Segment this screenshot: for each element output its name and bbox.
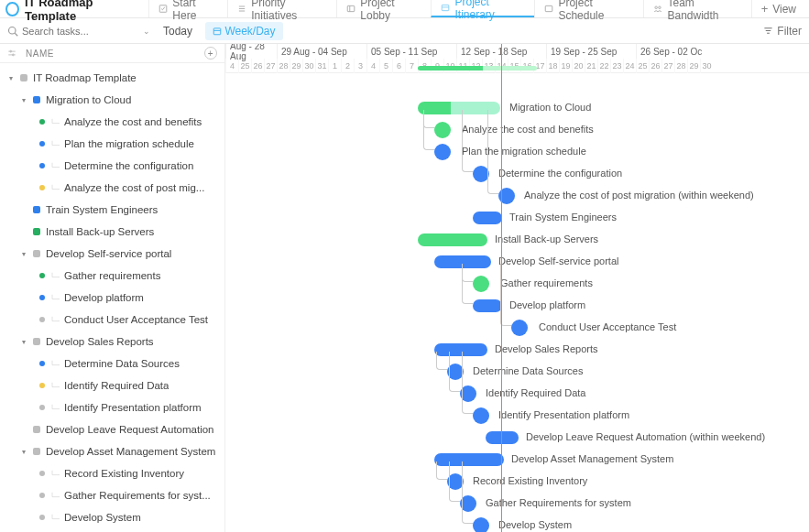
task-row[interactable]: Conduct User Acceptance Test — [0, 309, 224, 331]
subtask-icon — [51, 184, 60, 191]
day-header: 28 — [674, 59, 687, 73]
task-row[interactable]: ▾Develop Self-service portal — [0, 243, 224, 265]
tab-view[interactable]: +View — [751, 0, 805, 17]
gantt-row[interactable]: Develop Asset Management System — [225, 449, 809, 471]
gantt-row[interactable]: Gather requirements — [225, 273, 809, 295]
task-row[interactable]: ▾IT Roadmap Template — [0, 67, 224, 89]
gantt-row[interactable]: Train System Engineers — [225, 207, 809, 229]
settings-icon[interactable] — [7, 49, 16, 58]
task-row[interactable]: Install Back-up Servers — [0, 221, 224, 243]
collapse-icon[interactable]: ▾ — [20, 338, 27, 346]
status-dot — [39, 295, 45, 300]
subtask-icon — [51, 140, 60, 147]
task-row[interactable]: Gather requirements — [0, 265, 224, 287]
gantt-row[interactable]: Migration to Cloud — [225, 97, 809, 119]
search-box[interactable] — [7, 26, 136, 37]
task-label: IT Roadmap Template — [33, 72, 137, 83]
week-header: 19 Sep - 25 Sep — [546, 44, 636, 59]
collapse-icon[interactable]: ▾ — [7, 74, 15, 82]
gantt-chart[interactable]: Today Migration to CloudAnalyze the cost… — [225, 73, 809, 532]
task-row[interactable]: Record Existing Inventory — [0, 462, 224, 484]
gantt-row[interactable]: Develop platform — [225, 295, 809, 317]
filter-button[interactable]: Filter — [763, 25, 802, 38]
svg-point-10 — [659, 6, 661, 9]
gantt-row[interactable]: Develop System — [225, 515, 809, 532]
day-header: 25 — [636, 59, 649, 73]
gantt-row[interactable]: Analyze the cost of post migration (with… — [225, 185, 809, 207]
task-row[interactable]: Develop platform — [0, 287, 224, 309]
gantt-row[interactable]: Plan the migration schedule — [225, 141, 809, 163]
task-row[interactable]: Analyze the cost and benefits — [0, 111, 224, 133]
task-row[interactable]: Develop System — [0, 506, 224, 528]
collapse-icon[interactable]: ▾ — [20, 250, 27, 258]
bar-label: Gather requirements — [500, 277, 593, 288]
status-square — [33, 96, 40, 103]
collapse-icon[interactable]: ▾ — [20, 448, 27, 456]
gantt-row[interactable]: Develop Sales Reports — [225, 339, 809, 361]
milestone-marker[interactable] — [511, 320, 528, 336]
task-row[interactable]: ▾Migration to Cloud — [0, 89, 224, 111]
tab-label: Start Here — [172, 0, 218, 22]
task-row[interactable]: Determine Data Sources — [0, 353, 224, 375]
tab-project-schedule[interactable]: Project Schedule — [534, 0, 643, 17]
gantt-row[interactable]: Conduct User Acceptance Test — [225, 317, 809, 339]
gantt-row[interactable]: Determine Data Sources — [225, 361, 809, 383]
today-button[interactable]: Today — [158, 23, 198, 39]
bar-label: Develop Self-service portal — [498, 255, 618, 266]
task-row[interactable]: ▾Develop Asset Management System — [0, 440, 224, 462]
milestone-marker[interactable] — [473, 276, 489, 292]
gantt-row[interactable]: Develop Self-service portal — [225, 251, 809, 273]
tab-label: Team Bandwidth — [667, 0, 741, 22]
gantt-row[interactable]: Install Back-up Servers — [225, 229, 809, 251]
app-logo-icon — [5, 2, 19, 16]
svg-point-21 — [12, 54, 14, 56]
tab-label: Priority Initiatives — [251, 0, 327, 22]
search-dropdown-icon[interactable]: ⌄ — [143, 27, 150, 36]
day-header: 18 — [546, 59, 559, 73]
task-bar[interactable] — [486, 431, 519, 444]
day-header: 22 — [597, 59, 610, 73]
add-column-button[interactable]: + — [204, 47, 217, 60]
search-input[interactable] — [22, 26, 114, 37]
milestone-marker[interactable] — [434, 122, 451, 138]
task-row[interactable]: Analyze the cost of post mig... — [0, 177, 224, 199]
status-dot — [39, 317, 45, 322]
task-label: Determine the configuration — [64, 160, 193, 171]
gantt-row[interactable]: Develop Leave Request Automation (within… — [225, 427, 809, 449]
milestone-marker[interactable] — [434, 144, 451, 160]
milestone-marker[interactable] — [473, 517, 489, 532]
zoom-button[interactable]: Week/Day — [205, 22, 282, 40]
task-label: Gather Requirements for syst... — [64, 490, 211, 501]
svg-line-12 — [15, 33, 17, 36]
bar-label: Develop platform — [509, 299, 585, 310]
task-bar[interactable] — [473, 299, 502, 312]
day-header: 7 — [405, 59, 418, 73]
tab-project-itinerary[interactable]: Project Itinerary — [431, 0, 534, 17]
tab-project-lobby[interactable]: Project Lobby — [336, 0, 431, 17]
task-bar[interactable] — [418, 233, 487, 246]
gantt-row[interactable]: Gather Requirements for system — [225, 493, 809, 515]
task-bar[interactable] — [473, 212, 502, 224]
gantt-row[interactable]: Analyze the cost and benefits — [225, 119, 809, 141]
gantt-row[interactable]: Determine the configuration — [225, 163, 809, 185]
task-row[interactable]: Determine the configuration — [0, 155, 224, 177]
bar-label: Identify Presentation platform — [498, 409, 629, 420]
tab-team-bandwidth[interactable]: Team Bandwidth — [643, 0, 750, 17]
task-row[interactable]: Gather Requirements for syst... — [0, 484, 224, 506]
tab-priority-initiatives[interactable]: Priority Initiatives — [227, 0, 336, 17]
tab-start-here[interactable]: Start Here — [148, 0, 227, 17]
milestone-marker[interactable] — [473, 407, 489, 424]
task-row[interactable]: Plan the migration schedule — [0, 133, 224, 155]
bar-label: Determine the configuration — [498, 168, 622, 179]
gantt-row[interactable]: Record Existing Inventory — [225, 471, 809, 493]
collapse-icon[interactable]: ▾ — [20, 96, 27, 104]
bar-label: Conduct User Acceptance Test — [539, 321, 676, 332]
task-row[interactable]: ▾Develop Sales Reports — [0, 331, 224, 353]
status-dot — [39, 515, 45, 520]
task-row[interactable]: Train System Engineers — [0, 199, 224, 221]
task-row[interactable]: Identify Required Data — [0, 375, 224, 396]
gantt-row[interactable]: Identify Presentation platform — [225, 405, 809, 427]
task-row[interactable]: Identify Presentation platform — [0, 396, 224, 418]
gantt-row[interactable]: Identify Required Data — [225, 383, 809, 405]
task-row[interactable]: Develop Leave Request Automation — [0, 418, 224, 440]
